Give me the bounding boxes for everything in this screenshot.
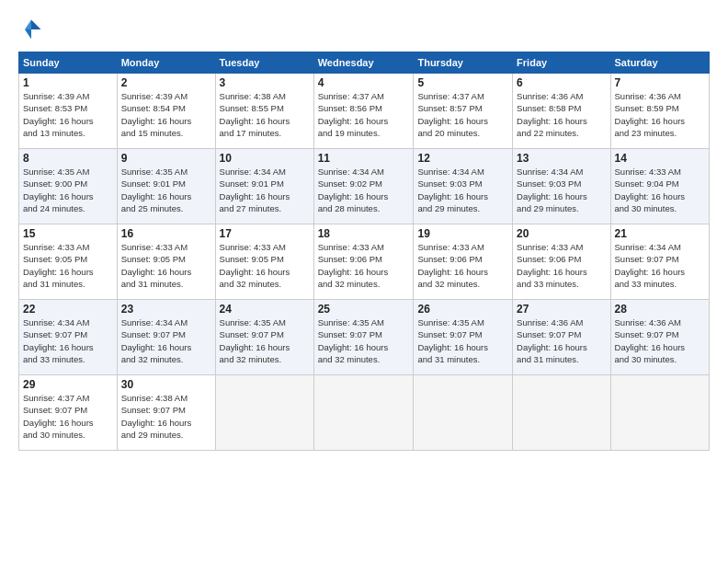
day-number: 27 <box>517 303 606 316</box>
calendar-cell: 19Sunrise: 4:33 AM Sunset: 9:06 PM Dayli… <box>414 224 513 300</box>
calendar-cell: 11Sunrise: 4:34 AM Sunset: 9:02 PM Dayli… <box>313 149 414 224</box>
day-info: Sunrise: 4:34 AM Sunset: 9:02 PM Dayligh… <box>318 166 410 214</box>
calendar-table: SundayMondayTuesdayWednesdayThursdayFrid… <box>18 52 710 451</box>
weekday-header: Wednesday <box>313 52 414 74</box>
day-info: Sunrise: 4:33 AM Sunset: 9:05 PM Dayligh… <box>121 241 211 290</box>
day-info: Sunrise: 4:34 AM Sunset: 9:07 PM Dayligh… <box>615 241 705 290</box>
day-number: 5 <box>417 76 508 89</box>
day-info: Sunrise: 4:37 AM Sunset: 8:56 PM Dayligh… <box>318 90 410 139</box>
day-info: Sunrise: 4:38 AM Sunset: 9:07 PM Dayligh… <box>121 392 211 441</box>
calendar-cell <box>414 375 513 451</box>
day-number: 18 <box>318 227 410 240</box>
calendar-cell: 7Sunrise: 4:36 AM Sunset: 8:59 PM Daylig… <box>610 74 709 149</box>
day-info: Sunrise: 4:39 AM Sunset: 8:54 PM Dayligh… <box>121 90 211 139</box>
day-info: Sunrise: 4:34 AM Sunset: 9:07 PM Dayligh… <box>23 316 113 365</box>
calendar-cell: 30Sunrise: 4:38 AM Sunset: 9:07 PM Dayli… <box>117 375 215 451</box>
calendar-cell: 15Sunrise: 4:33 AM Sunset: 9:05 PM Dayli… <box>19 224 118 300</box>
day-number: 14 <box>615 152 705 165</box>
day-number: 30 <box>121 378 211 391</box>
weekday-header: Tuesday <box>215 52 313 74</box>
calendar-cell: 6Sunrise: 4:36 AM Sunset: 8:58 PM Daylig… <box>513 74 610 149</box>
calendar-cell <box>215 375 313 451</box>
svg-marker-1 <box>25 20 31 30</box>
day-info: Sunrise: 4:34 AM Sunset: 9:03 PM Dayligh… <box>417 166 508 214</box>
day-number: 17 <box>220 227 310 240</box>
day-number: 11 <box>318 152 410 165</box>
day-info: Sunrise: 4:33 AM Sunset: 9:06 PM Dayligh… <box>517 241 606 290</box>
weekday-header: Saturday <box>610 52 709 74</box>
calendar-cell: 4Sunrise: 4:37 AM Sunset: 8:56 PM Daylig… <box>313 74 414 149</box>
day-number: 22 <box>23 303 113 316</box>
day-number: 23 <box>121 303 211 316</box>
calendar-week-row: 1Sunrise: 4:39 AM Sunset: 8:53 PM Daylig… <box>19 74 710 149</box>
day-info: Sunrise: 4:36 AM Sunset: 9:07 PM Dayligh… <box>517 316 606 365</box>
day-info: Sunrise: 4:36 AM Sunset: 8:58 PM Dayligh… <box>517 90 606 139</box>
calendar-cell: 24Sunrise: 4:35 AM Sunset: 9:07 PM Dayli… <box>215 300 313 375</box>
calendar-cell: 26Sunrise: 4:35 AM Sunset: 9:07 PM Dayli… <box>414 300 513 375</box>
day-number: 25 <box>318 303 410 316</box>
day-number: 16 <box>121 227 211 240</box>
svg-marker-0 <box>31 20 41 30</box>
weekday-header: Sunday <box>19 52 118 74</box>
calendar-cell: 3Sunrise: 4:38 AM Sunset: 8:55 PM Daylig… <box>215 74 313 149</box>
weekday-header: Thursday <box>414 52 513 74</box>
day-number: 9 <box>121 152 211 165</box>
calendar-cell: 5Sunrise: 4:37 AM Sunset: 8:57 PM Daylig… <box>414 74 513 149</box>
calendar-week-row: 8Sunrise: 4:35 AM Sunset: 9:00 PM Daylig… <box>19 149 710 224</box>
day-number: 28 <box>615 303 705 316</box>
header <box>18 17 710 42</box>
logo <box>18 17 48 42</box>
calendar-cell: 22Sunrise: 4:34 AM Sunset: 9:07 PM Dayli… <box>19 300 118 375</box>
day-number: 12 <box>417 152 508 165</box>
day-info: Sunrise: 4:35 AM Sunset: 9:07 PM Dayligh… <box>318 316 410 365</box>
day-info: Sunrise: 4:36 AM Sunset: 8:59 PM Dayligh… <box>615 90 705 139</box>
calendar-cell: 2Sunrise: 4:39 AM Sunset: 8:54 PM Daylig… <box>117 74 215 149</box>
weekday-header: Friday <box>513 52 610 74</box>
day-info: Sunrise: 4:35 AM Sunset: 9:07 PM Dayligh… <box>417 316 508 365</box>
day-info: Sunrise: 4:34 AM Sunset: 9:07 PM Dayligh… <box>121 316 211 365</box>
calendar-cell: 23Sunrise: 4:34 AM Sunset: 9:07 PM Dayli… <box>117 300 215 375</box>
day-info: Sunrise: 4:35 AM Sunset: 9:07 PM Dayligh… <box>220 316 310 365</box>
calendar-cell: 16Sunrise: 4:33 AM Sunset: 9:05 PM Dayli… <box>117 224 215 300</box>
day-info: Sunrise: 4:33 AM Sunset: 9:06 PM Dayligh… <box>417 241 508 290</box>
day-number: 20 <box>517 227 606 240</box>
weekday-header: Monday <box>117 52 215 74</box>
weekday-header-row: SundayMondayTuesdayWednesdayThursdayFrid… <box>19 52 710 74</box>
calendar-cell: 21Sunrise: 4:34 AM Sunset: 9:07 PM Dayli… <box>610 224 709 300</box>
calendar-cell: 14Sunrise: 4:33 AM Sunset: 9:04 PM Dayli… <box>610 149 709 224</box>
day-number: 8 <box>23 152 113 165</box>
day-info: Sunrise: 4:38 AM Sunset: 8:55 PM Dayligh… <box>220 90 310 139</box>
calendar-cell: 13Sunrise: 4:34 AM Sunset: 9:03 PM Dayli… <box>513 149 610 224</box>
day-info: Sunrise: 4:33 AM Sunset: 9:06 PM Dayligh… <box>318 241 410 290</box>
day-number: 24 <box>220 303 310 316</box>
calendar-week-row: 15Sunrise: 4:33 AM Sunset: 9:05 PM Dayli… <box>19 224 710 300</box>
calendar-cell: 25Sunrise: 4:35 AM Sunset: 9:07 PM Dayli… <box>313 300 414 375</box>
calendar-cell: 29Sunrise: 4:37 AM Sunset: 9:07 PM Dayli… <box>19 375 118 451</box>
day-info: Sunrise: 4:37 AM Sunset: 9:07 PM Dayligh… <box>23 392 113 441</box>
day-number: 10 <box>220 152 310 165</box>
logo-icon <box>18 17 44 42</box>
day-number: 29 <box>23 378 113 391</box>
day-info: Sunrise: 4:33 AM Sunset: 9:05 PM Dayligh… <box>220 241 310 290</box>
day-number: 6 <box>517 76 606 89</box>
day-info: Sunrise: 4:36 AM Sunset: 9:07 PM Dayligh… <box>615 316 705 365</box>
calendar-cell: 8Sunrise: 4:35 AM Sunset: 9:00 PM Daylig… <box>19 149 118 224</box>
calendar-cell <box>513 375 610 451</box>
day-number: 19 <box>417 227 508 240</box>
day-number: 15 <box>23 227 113 240</box>
calendar-cell <box>610 375 709 451</box>
day-number: 26 <box>417 303 508 316</box>
calendar-cell: 9Sunrise: 4:35 AM Sunset: 9:01 PM Daylig… <box>117 149 215 224</box>
day-info: Sunrise: 4:33 AM Sunset: 9:04 PM Dayligh… <box>615 166 705 214</box>
day-info: Sunrise: 4:34 AM Sunset: 9:03 PM Dayligh… <box>517 166 606 214</box>
calendar-cell: 28Sunrise: 4:36 AM Sunset: 9:07 PM Dayli… <box>610 300 709 375</box>
calendar-cell: 18Sunrise: 4:33 AM Sunset: 9:06 PM Dayli… <box>313 224 414 300</box>
calendar-week-row: 29Sunrise: 4:37 AM Sunset: 9:07 PM Dayli… <box>19 375 710 451</box>
day-number: 21 <box>615 227 705 240</box>
day-info: Sunrise: 4:35 AM Sunset: 9:00 PM Dayligh… <box>23 166 113 214</box>
calendar-cell: 10Sunrise: 4:34 AM Sunset: 9:01 PM Dayli… <box>215 149 313 224</box>
day-info: Sunrise: 4:37 AM Sunset: 8:57 PM Dayligh… <box>417 90 508 139</box>
day-number: 7 <box>615 76 705 89</box>
page: SundayMondayTuesdayWednesdayThursdayFrid… <box>0 0 728 563</box>
day-number: 2 <box>121 76 211 89</box>
